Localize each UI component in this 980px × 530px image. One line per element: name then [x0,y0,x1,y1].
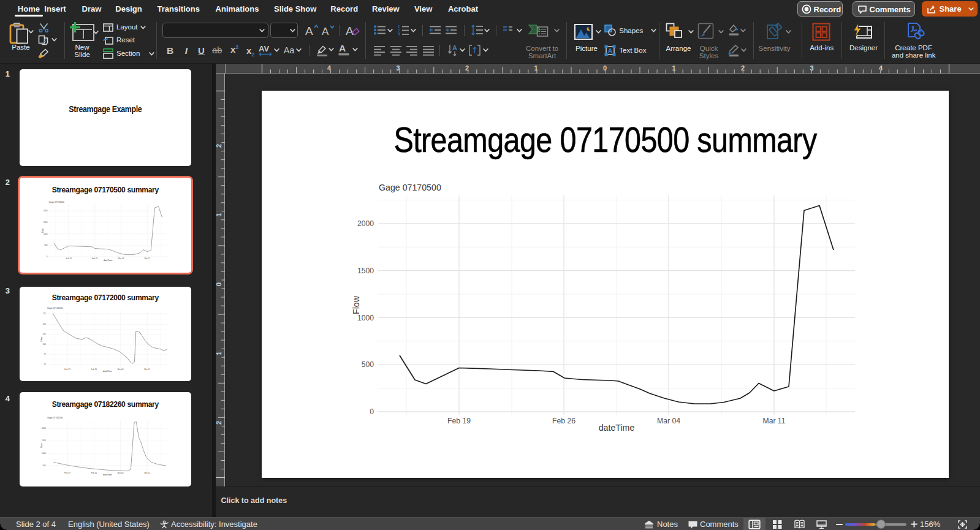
svg-text:A: A [346,25,354,37]
svg-text:A: A [608,47,613,55]
svg-text:A: A [305,25,313,37]
svg-text:2: 2 [216,420,222,424]
svg-text:0: 0 [602,64,606,71]
svg-text:A: A [322,26,329,37]
svg-text:A: A [339,43,346,53]
svg-text:3: 3 [398,32,400,36]
svg-text:0: 0 [216,282,222,286]
svg-text:A: A [452,44,457,51]
svg-text:3: 3 [810,64,813,71]
svg-text:1: 1 [534,64,537,71]
svg-text:1: 1 [216,213,222,216]
svg-text:AV: AV [259,44,269,53]
svg-text:1: 1 [216,351,222,355]
svg-text:4: 4 [327,64,331,71]
svg-text:2: 2 [740,64,744,71]
svg-text:2: 2 [465,64,468,71]
svg-text:4: 4 [878,64,883,71]
svg-text:1: 1 [672,64,675,71]
svg-text:3: 3 [396,64,400,71]
svg-text:2: 2 [216,143,222,147]
